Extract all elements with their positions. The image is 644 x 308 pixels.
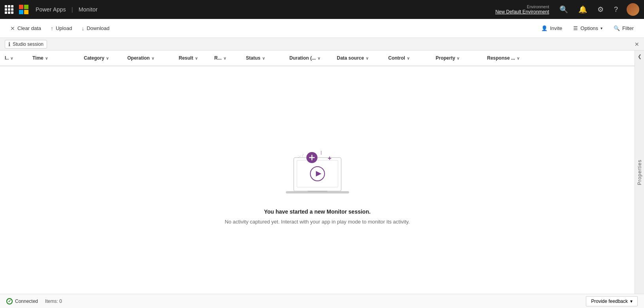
separator: |: [72, 6, 73, 13]
col-operation-label: Operation: [127, 55, 150, 61]
session-bar: ℹ Studio session ✕: [0, 38, 644, 51]
upload-icon: ↑: [51, 25, 53, 32]
col-category-label: Category: [84, 55, 104, 61]
col-id-label: I..: [5, 55, 9, 61]
col-header-status[interactable]: Status ∨: [243, 51, 286, 66]
col-header-r[interactable]: R... ∨: [211, 51, 243, 66]
empty-state-subtitle: No activity captured yet. Interact with …: [225, 219, 410, 225]
upload-button[interactable]: ↑ Upload: [47, 23, 76, 34]
section-label: Monitor: [79, 6, 98, 13]
col-header-datasource[interactable]: Data source ∨: [334, 51, 385, 66]
environment-selector[interactable]: Environment New Default Environment: [495, 5, 549, 15]
col-response-label: Response ...: [487, 55, 515, 61]
session-tag[interactable]: ℹ Studio session: [5, 40, 47, 49]
user-avatar[interactable]: [627, 3, 639, 16]
env-label: Environment: [527, 5, 549, 9]
clear-data-button[interactable]: ✕ Clear data: [6, 23, 45, 34]
col-header-duration[interactable]: Duration (... ∨: [286, 51, 334, 66]
col-operation-chevron-icon: ∨: [151, 56, 154, 60]
col-r-label: R...: [214, 55, 222, 61]
properties-panel[interactable]: Properties ❮: [635, 51, 644, 294]
filter-button[interactable]: 🔍 Filter: [610, 23, 638, 34]
svg-text:+: +: [328, 155, 331, 162]
main-area: I.. ∨ Time ∨ Category ∨ Operation ∨ Resu…: [0, 51, 644, 294]
feedback-button[interactable]: Provide feedback ▾: [586, 296, 638, 306]
col-header-result[interactable]: Result ∨: [176, 51, 211, 66]
col-control-chevron-icon: ∨: [407, 56, 410, 60]
toolbar-right: 👤 Invite ☰ Options ▾ 🔍 Filter: [537, 23, 638, 34]
svg-rect-3: [308, 191, 327, 192]
svg-text:|: |: [321, 150, 322, 155]
col-header-time[interactable]: Time ∨: [29, 51, 81, 66]
options-label: Options: [580, 25, 598, 31]
svg-line-12: [302, 154, 303, 156]
session-close-button[interactable]: ✕: [635, 41, 639, 47]
toolbar: ✕ Clear data ↑ Upload ↓ Download 👤 Invit…: [0, 19, 644, 38]
col-time-label: Time: [32, 55, 43, 61]
col-duration-label: Duration (...: [289, 55, 316, 61]
invite-button[interactable]: 👤 Invite: [537, 23, 566, 34]
feedback-label: Provide feedback: [591, 299, 628, 304]
col-property-label: Property: [436, 55, 455, 61]
col-status-label: Status: [246, 55, 261, 61]
col-header-control[interactable]: Control ∨: [385, 51, 432, 66]
download-button[interactable]: ↓ Download: [77, 23, 113, 34]
connected-label: Connected: [15, 299, 38, 304]
col-response-chevron-icon: ∨: [517, 56, 519, 60]
options-icon: ☰: [573, 25, 578, 31]
invite-icon: 👤: [541, 25, 548, 31]
filter-icon: 🔍: [614, 25, 620, 31]
col-r-chevron-icon: ∨: [223, 56, 226, 60]
properties-chevron-icon: ❮: [638, 54, 642, 59]
power-apps-label: Power Apps: [36, 6, 66, 13]
empty-state: + | You have started a new Monitor sessi…: [0, 66, 635, 294]
upload-label: Upload: [56, 25, 72, 31]
col-header-id[interactable]: I.. ∨: [2, 51, 29, 66]
col-time-chevron-icon: ∨: [45, 56, 48, 60]
microsoft-logo: [19, 5, 28, 14]
col-datasource-label: Data source: [337, 55, 364, 61]
download-icon: ↓: [81, 25, 84, 32]
topbar: Power Apps | Monitor Environment New Def…: [0, 0, 644, 19]
col-datasource-chevron-icon: ∨: [366, 56, 368, 60]
help-icon[interactable]: ?: [611, 6, 621, 14]
connection-status: ✓ Connected Items: 0: [6, 298, 62, 304]
session-label: Studio session: [13, 41, 43, 47]
settings-icon[interactable]: ⚙: [594, 5, 607, 14]
col-category-chevron-icon: ∨: [106, 56, 109, 60]
col-status-chevron-icon: ∨: [262, 56, 265, 60]
clear-data-icon: ✕: [10, 25, 15, 32]
col-id-chevron-icon: ∨: [10, 56, 13, 60]
app-name: Power Apps | Monitor: [34, 6, 99, 13]
filter-label: Filter: [622, 25, 634, 31]
waffle-menu[interactable]: [5, 5, 13, 14]
col-header-category[interactable]: Category ∨: [81, 51, 124, 66]
options-button[interactable]: ☰ Options ▾: [569, 23, 606, 34]
col-duration-chevron-icon: ∨: [317, 56, 320, 60]
col-property-chevron-icon: ∨: [457, 56, 459, 60]
col-result-chevron-icon: ∨: [195, 56, 198, 60]
col-header-response[interactable]: Response ... ∨: [484, 51, 535, 66]
notification-icon[interactable]: 🔔: [575, 5, 590, 14]
download-label: Download: [87, 25, 110, 31]
statusbar: ✓ Connected Items: 0 Provide feedback ▾: [0, 294, 644, 308]
properties-panel-label: Properties: [637, 160, 642, 185]
search-icon[interactable]: 🔍: [556, 5, 571, 14]
col-header-property[interactable]: Property ∨: [432, 51, 484, 66]
table-container: I.. ∨ Time ∨ Category ∨ Operation ∨ Resu…: [0, 51, 635, 294]
connected-icon: ✓: [6, 298, 13, 304]
col-result-label: Result: [179, 55, 193, 61]
clear-data-label: Clear data: [17, 25, 41, 31]
feedback-chevron-icon: ▾: [630, 299, 633, 304]
session-info-icon: ℹ: [8, 41, 10, 47]
col-header-operation[interactable]: Operation ∨: [124, 51, 176, 66]
invite-label: Invite: [550, 25, 562, 31]
table-header: I.. ∨ Time ∨ Category ∨ Operation ∨ Resu…: [0, 51, 635, 66]
items-count: Items: 0: [45, 299, 62, 304]
options-chevron-icon: ▾: [601, 26, 602, 30]
env-name: New Default Environment: [495, 9, 549, 15]
empty-illustration: + |: [274, 136, 361, 199]
col-control-label: Control: [388, 55, 405, 61]
empty-state-title: You have started a new Monitor session.: [264, 208, 371, 215]
